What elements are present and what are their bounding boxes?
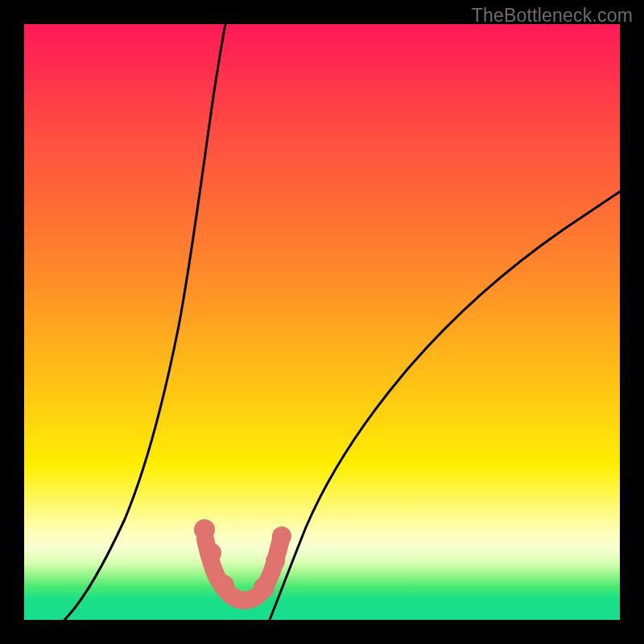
marker-dot [254,577,275,598]
marker-dot [194,519,215,540]
marker-dot [266,551,285,571]
curves-svg [24,24,620,620]
marker-dot [272,526,291,546]
chart-frame: TheBottleneck.com [0,0,644,644]
watermark-text: TheBottleneck.com [472,5,633,27]
right-curve [270,192,620,620]
marker-dot [213,575,234,596]
plot-area [24,24,620,620]
marker-dot [200,543,221,564]
